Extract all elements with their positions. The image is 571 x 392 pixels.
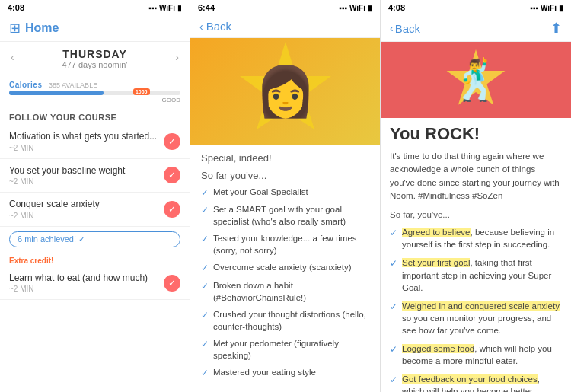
panel-checklist: 6:44 ▪▪▪ WiFi ▮ ‹ Back 👩 Special, indeed… [190,0,381,392]
panel-you-rock: 4:08 ▪▪▪ WiFi ▮ ‹ Back ⬆ 🕺 You ROCK! It'… [381,0,571,392]
status-icons-3: ▪▪▪ WiFi ▮ [530,4,563,12]
highlight-4: Logged some food [402,344,474,353]
check-text-p2-2: Set a SMART goal with your goal speciali… [213,203,369,228]
p3-check-text-4: Logged some food, which will help you be… [402,343,562,367]
p3-check-mark-5: ✓ [390,374,397,386]
check-item-p2-4: ✓ Overcome scale anxiety (scanxiety) [201,261,369,274]
days-counter: 477 days noomin' [12,60,177,69]
course-name-2: You set your baseline weight [9,165,164,177]
check-mark-p2-4: ✓ [201,262,209,274]
check-mark-p2-7: ✓ [201,338,209,350]
check-item-p2-3: ✓ Tested your knowledge... a few times (… [201,232,369,257]
highlight-2: Set your first goal [402,258,470,267]
calories-available: 385 AVAILABLE [49,81,97,89]
course-check-3: ✓ [164,201,180,218]
calories-marker: 1065 [133,88,150,95]
calories-section: Calories 385 AVAILABLE 1065 GOOD [0,72,190,107]
nav-bar3-left: ‹ Back [390,22,420,35]
p3-check-mark-2: ✓ [390,257,397,269]
hero-figure-wrap: 🕺 [451,57,501,104]
highlight-3: Weighed in and conquered scale anxiety [402,301,560,311]
p3-check-mark-3: ✓ [390,301,397,313]
back-icon-2: ‹ [199,21,203,33]
share-icon[interactable]: ⬆ [550,20,562,37]
progress-labels: GOOD [9,97,180,104]
course-item-text-2: You set your baseline weight ~2 MIN [9,165,164,186]
course-item-2[interactable]: You set your baseline weight ~2 MIN ✓ [0,159,190,193]
check-item-p2-6: ✓ Crushed your thought distortions (hell… [201,308,369,333]
panel2-content: Special, indeed! So far you've... ✓ Met … [190,145,380,392]
extra-credit-label: Extra credit! [9,257,180,265]
special-text: Special, indeed! [201,152,369,164]
calories-progress-track: 1065 [9,91,180,95]
time-2: 6:44 [198,3,215,12]
nav-bar-2: ‹ Back [190,15,381,38]
back-icon-3: ‹ [390,22,394,34]
signal-icon: ▪▪▪ [148,4,157,12]
back-label-2[interactable]: Back [206,20,231,33]
p3-check-mark-4: ✓ [390,343,397,355]
check-mark-p2-3: ✓ [201,233,209,245]
check-mark-p2-6: ✓ [201,309,209,321]
check-text-p2-5: Broken down a habit (#BehaviorChainsRule… [213,279,369,304]
nav-bar-home: ⊞ Home [0,15,190,42]
p3-check-item-4: ✓ Logged some food, which will help you … [390,343,562,367]
course-time-2: ~2 MIN [9,177,164,186]
course-name-3: Conquer scale anxiety [9,199,164,211]
course-item-text-extra: Learn what to eat (and how much) ~2 MIN [9,272,164,294]
illustration-figure: 👩 [255,63,316,120]
check-mark-p2-8: ✓ [201,367,209,379]
nav-bar-3: ‹ Back ⬆ [381,15,571,42]
course-item-3[interactable]: Conquer scale anxiety ~2 MIN ✓ [0,193,190,227]
prev-day-button[interactable]: ‹ [11,51,14,63]
course-item-extra[interactable]: Learn what to eat (and how much) ~2 MIN … [0,266,190,301]
you-rock-title: You ROCK! [381,118,571,147]
achieved-badge[interactable]: 6 min achieved! ✓ [9,231,180,247]
panel-home: 4:08 ▪▪▪ WiFi ▮ ⊞ Home ‹ THURSDAY 477 da… [0,0,190,392]
check-item-p2-5: ✓ Broken down a habit (#BehaviorChainsRu… [201,279,369,304]
check-item-p2-1: ✓ Met your Goal Specialist [201,186,369,199]
course-check-2: ✓ [164,167,180,183]
battery-icon: ▮ [177,4,182,12]
home-icon: ⊞ [9,20,21,37]
status-bar-1: 4:08 ▪▪▪ WiFi ▮ [0,0,190,15]
status-icons-2: ▪▪▪ WiFi ▮ [339,4,372,12]
back-label-3[interactable]: Back [395,22,420,35]
battery-icon-3: ▮ [559,4,563,12]
highlight-5: Got feedback on your food choices [402,374,538,384]
day-header: ‹ THURSDAY 477 days noomin' › [0,42,190,72]
day-name: THURSDAY [12,48,177,60]
wifi-icon-2: WiFi [349,4,365,12]
panel3-hero: 🕺 [381,42,571,118]
signal-icon-2: ▪▪▪ [339,4,347,12]
wifi-icon-3: WiFi [541,4,557,12]
check-text-p2-1: Met your Goal Specialist [213,186,308,198]
check-mark-p2-1: ✓ [201,186,209,199]
course-time-extra: ~2 MIN [9,285,164,293]
hero-figure: 🕺 [451,58,501,102]
p3-check-text-2: Set your first goal, taking that first i… [402,257,562,293]
time-1: 4:08 [8,3,24,12]
highlight-1: Agreed to believe [402,228,471,237]
calories-label: Calories [9,81,42,89]
section-title: FOLLOW YOUR COURSE [0,107,190,125]
time-3: 4:08 [388,3,405,12]
extra-credit-section: Extra credit! [0,252,190,266]
course-check-1: ✓ [164,133,180,150]
status-bar-2: 6:44 ▪▪▪ WiFi ▮ [190,0,380,15]
check-item-p2-2: ✓ Set a SMART goal with your goal specia… [201,203,369,228]
battery-icon-2: ▮ [368,4,372,12]
signal-icon-3: ▪▪▪ [530,4,538,12]
next-day-button[interactable]: › [175,51,179,63]
course-item-text-3: Conquer scale anxiety ~2 MIN [9,199,164,220]
course-time-3: ~2 MIN [9,212,164,220]
course-item-1[interactable]: Motivation is what gets you started... ~… [0,125,190,159]
check-item-p2-8: ✓ Mastered your eating style [201,366,369,379]
check-mark-p2-2: ✓ [201,204,209,216]
check-text-p2-8: Mastered your eating style [213,366,316,378]
home-title: Home [25,21,59,35]
check-text-p2-7: Met your pedometer (figuratively speakin… [213,337,369,362]
calories-progress-fill [9,91,104,95]
course-name-1: Motivation is what gets you started... [9,131,164,143]
p3-check-text-1: Agreed to believe, because believing in … [402,226,562,250]
